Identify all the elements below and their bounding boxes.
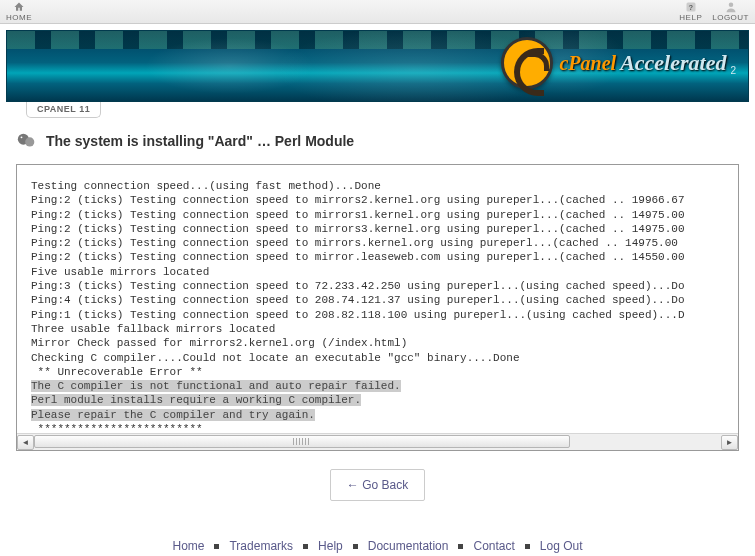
footer-nav: Home Trademarks Help Documentation Conta… (0, 531, 755, 555)
footer-link-contact[interactable]: Contact (473, 539, 514, 553)
brand-accelerated: Accelerated (620, 50, 726, 76)
dot-icon (303, 544, 308, 549)
help-label: HELP (679, 13, 702, 22)
person-icon (725, 1, 737, 13)
dot-icon (214, 544, 219, 549)
horizontal-scrollbar[interactable]: ◄ ► (17, 433, 738, 450)
svg-point-4 (25, 137, 34, 146)
tab-cpanel11[interactable]: CPANEL 11 (26, 101, 101, 118)
scroll-track[interactable] (34, 435, 721, 450)
logout-link[interactable]: LOGOUT (712, 1, 749, 22)
home-icon (13, 1, 25, 13)
svg-point-5 (21, 136, 23, 138)
home-link[interactable]: HOME (6, 1, 32, 22)
header-banner: cPanel Accelerated 2 (6, 30, 749, 102)
go-back-button[interactable]: ← Go Back (330, 469, 425, 501)
grip-icon (293, 438, 311, 445)
console-error-line-3: Please repair the C compiler and try aga… (31, 409, 315, 421)
dot-icon (353, 544, 358, 549)
topbar: HOME ? HELP LOGOUT (0, 0, 755, 24)
cpanel-logo-icon (501, 37, 553, 89)
footer-link-home[interactable]: Home (172, 539, 204, 553)
footer-link-help[interactable]: Help (318, 539, 343, 553)
footer-link-logout[interactable]: Log Out (540, 539, 583, 553)
help-link[interactable]: ? HELP (679, 1, 702, 22)
perl-module-icon (16, 130, 38, 152)
console-output: Testing connection speed...(using fast m… (17, 165, 738, 433)
brand-block: cPanel Accelerated 2 (501, 37, 736, 89)
console-lines-pre: Testing connection speed...(using fast m… (31, 180, 685, 378)
console-error-line-2: Perl module installs require a working C… (31, 394, 361, 406)
console-lines-post: ************************* (31, 423, 203, 433)
page-heading: The system is installing "Aard" … Perl M… (16, 130, 739, 152)
brand-sub: 2 (730, 65, 736, 76)
scroll-right-button[interactable]: ► (721, 435, 738, 450)
tab-strip: CPANEL 11 (26, 101, 755, 118)
scroll-left-button[interactable]: ◄ (17, 435, 34, 450)
page-title: The system is installing "Aard" … Perl M… (46, 133, 354, 149)
svg-text:?: ? (688, 3, 693, 12)
console-error-line-1: The C compiler is not functional and aut… (31, 380, 401, 392)
brand-cpanel: cPanel (559, 52, 616, 75)
footer-link-documentation[interactable]: Documentation (368, 539, 449, 553)
dot-icon (525, 544, 530, 549)
svg-point-2 (728, 3, 733, 8)
footer-link-trademarks[interactable]: Trademarks (229, 539, 293, 553)
scroll-thumb[interactable] (34, 435, 570, 448)
logout-label: LOGOUT (712, 13, 749, 22)
help-icon: ? (685, 1, 697, 13)
dot-icon (458, 544, 463, 549)
home-label: HOME (6, 13, 32, 22)
console-panel: Testing connection speed...(using fast m… (16, 164, 739, 451)
